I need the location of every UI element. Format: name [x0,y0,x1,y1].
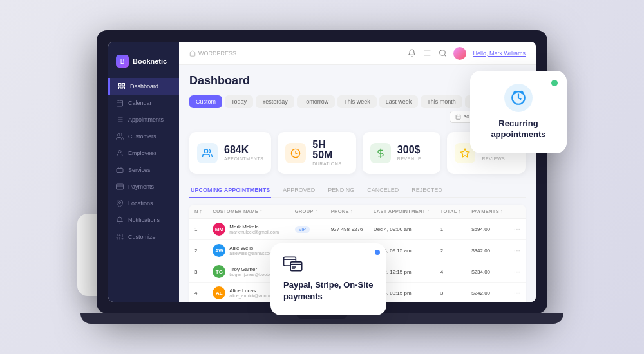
customer-avatar: AL [213,286,225,299]
cell-n: 2 [189,240,207,261]
group-badge: VIP [295,226,310,233]
svg-point-16 [118,134,120,136]
customer-name: Allie Wells [229,245,275,251]
recurring-icon [504,84,533,112]
stat-label-revenue: REVENUE [397,156,421,161]
tab-rejected[interactable]: REJECTED [410,183,444,198]
col-last-appt: LAST APPOINTMENT ↑ [368,205,435,219]
logo-icon: B [116,55,129,68]
bell-icon[interactable] [407,49,416,58]
menu-icon[interactable] [422,49,431,58]
logo-text: Booknetic [133,57,167,65]
sidebar-item-calendar[interactable]: Calendar [108,95,179,111]
cell-group: VIP [290,219,326,240]
sidebar-item-services[interactable]: Services [108,162,179,178]
svg-point-17 [118,151,121,153]
stat-icon-revenue [370,143,391,163]
cell-n: 3 [189,261,207,283]
col-phone: PHONE ↑ [326,205,368,219]
sidebar-item-customers[interactable]: Customers [108,128,179,145]
customer-avatar: MM [213,223,225,236]
stat-durations: 5H 50M DURATIONS [278,132,356,174]
sidebar-label-employees: Employees [128,150,157,156]
payments-dot [375,250,380,255]
sidebar-label-locations: Locations [128,200,153,207]
sidebar-item-locations[interactable]: Locations [108,195,179,212]
sidebar-logo: B Booknetic [108,50,179,78]
sidebar-label-notifications: Notifications [128,217,160,223]
sidebar-item-notifications[interactable]: Notifications [108,212,179,228]
recurring-title: Recurring appointments [483,118,554,140]
tab-upcoming[interactable]: UPCOMING APPOINTMENTS [189,183,271,198]
cell-total: 4 [435,261,466,283]
appointments-tabs: UPCOMING APPOINTMENTS APPROVED PENDING C… [189,183,526,198]
svg-point-34 [440,50,446,56]
customer-email: alliewells@annassocat [229,251,275,256]
cell-n: 4 [189,283,207,303]
sidebar-label-customize: Customize [128,234,156,240]
sidebar: B Booknetic Dashboard Calendar Appointme… [108,42,179,302]
sidebar-label-dashboard: Dashboard [130,83,158,89]
tab-canceled[interactable]: CANCELED [366,183,400,198]
payments-card-icon [283,256,374,275]
svg-point-40 [204,149,207,153]
svg-rect-3 [122,84,125,86]
filter-this-month[interactable]: This month [421,95,462,108]
svg-rect-4 [119,87,122,89]
svg-rect-5 [122,87,125,89]
tab-pending[interactable]: PENDING [327,183,355,198]
sidebar-label-services: Services [128,167,151,173]
cell-actions[interactable]: ··· [509,219,526,240]
filter-today[interactable]: Today [225,95,253,108]
tab-approved[interactable]: APPROVED [281,183,316,198]
cell-payments: $234.00 [466,261,509,283]
cell-payments: $242.00 [466,283,509,303]
col-actions [509,205,526,219]
sidebar-item-employees[interactable]: Employees [108,145,179,162]
sidebar-label-calendar: Calendar [128,100,152,106]
sidebar-item-customize[interactable]: Customize [108,228,179,245]
topbar: WORDPRESS [179,42,536,65]
cell-phone: 927-498-9276 [326,219,368,240]
table-row[interactable]: 1 MM Mark Mckela markmuleck@gmail.com VI… [189,219,526,240]
cell-payments: $694.00 [466,219,509,240]
stat-icon-durations [285,143,306,163]
laptop-wrapper: Group appointment B Booknetic Dashboard [58,19,586,335]
col-n: N ↑ [189,205,207,219]
user-greeting[interactable]: Hello, Mark Williams [473,50,526,57]
filter-yesterday[interactable]: Yesterday [256,95,294,108]
sidebar-item-dashboard[interactable]: Dashboard [108,78,179,95]
svg-rect-36 [456,115,460,120]
topbar-right: Hello, Mark Williams [407,47,526,60]
stat-label-appointments: APPOINTMENTS [224,156,263,161]
filter-tomorrow[interactable]: Tomorrow [297,95,336,108]
sidebar-label-payments: Payments [128,183,154,190]
stat-value-revenue: 300$ [397,145,421,155]
sidebar-item-payments[interactable]: Payments [108,178,179,195]
stat-appointments: 684K APPOINTMENTS [189,132,271,174]
col-payments: PAYMENTS ↑ [466,205,509,219]
customer-avatar: TG [213,265,225,278]
cell-actions[interactable]: ··· [509,283,526,303]
stat-label-durations: DURATIONS [312,162,348,166]
col-total: TOTAL ↑ [435,205,466,219]
cell-total: 1 [435,219,466,240]
svg-point-21 [119,202,121,204]
cell-actions[interactable]: ··· [509,240,526,261]
filter-this-week[interactable]: This week [337,95,377,108]
cell-customer: MM Mark Mckela markmuleck@gmail.com [207,219,289,240]
svg-rect-47 [290,262,302,271]
sidebar-item-appointments[interactable]: Appointments [108,111,179,128]
customer-name: Mark Mckela [229,224,279,230]
filter-last-week[interactable]: Last week [379,95,419,108]
filter-custom[interactable]: Custom [189,95,222,108]
cell-actions[interactable]: ··· [509,261,526,283]
svg-rect-2 [119,84,122,86]
breadcrumb: WORDPRESS [189,50,236,57]
search-icon[interactable] [438,49,447,58]
svg-marker-43 [461,149,469,157]
stat-label-reviews: REVIEWS [482,156,505,161]
stat-value-durations: 5H 50M [312,140,348,160]
recurring-appointments-card: Recurring appointments [470,71,567,153]
cell-total: 2 [435,240,466,261]
